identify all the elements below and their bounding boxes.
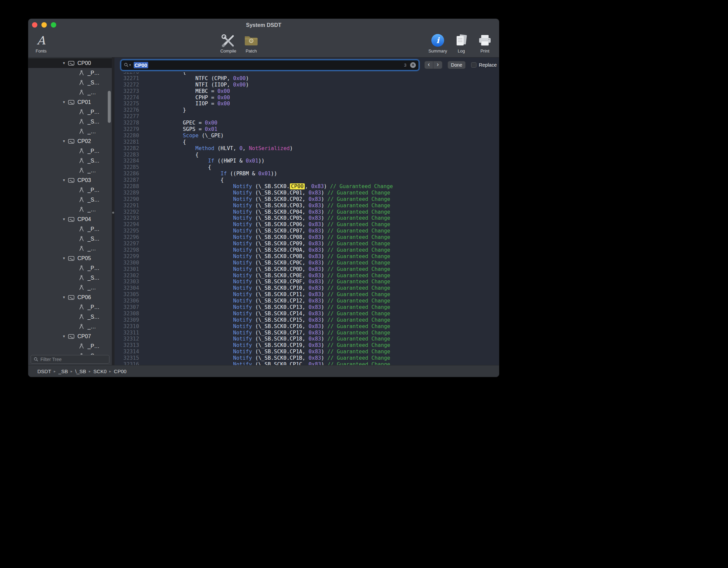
code-editor[interactable]: 32270 {32271 NTFC (CPHP, 0x00)32272 NTFI… <box>114 58 499 365</box>
tree-item-label: _P… <box>88 109 100 115</box>
tree-item-child[interactable]: _… <box>28 166 112 175</box>
disclosure-triangle-icon[interactable]: ▼ <box>62 256 66 260</box>
code-line: 32272 NTFI (IIOP, 0x00) <box>114 82 499 88</box>
breadcrumb-item[interactable]: _SB <box>58 368 68 374</box>
tree-item-CP01[interactable]: ▼CP01 <box>28 97 112 107</box>
replace-toggle[interactable]: Replace <box>471 62 497 68</box>
tree-item-label: _P… <box>88 265 100 271</box>
tree-item-CP05[interactable]: ▼CP05 <box>28 253 112 263</box>
filter-tree-input[interactable]: Filter Tree <box>31 355 109 364</box>
tree-item-child[interactable]: _… <box>28 283 112 292</box>
tree-item-child[interactable]: _… <box>28 127 112 136</box>
line-number: 32273 <box>114 88 139 95</box>
tree-item-label: CP00 <box>77 60 91 66</box>
code-line: 32307 Notify (\_SB.SCK0.CP13, 0x83) // G… <box>114 304 499 311</box>
line-number: 32312 <box>114 336 139 342</box>
disclosure-triangle-icon[interactable]: ▼ <box>62 334 66 338</box>
breadcrumb-item[interactable]: DSDT <box>37 368 51 374</box>
tree-item-CP04[interactable]: ▼CP04 <box>28 214 112 224</box>
pane-splitter[interactable] <box>112 58 114 365</box>
line-number: 32279 <box>114 126 139 133</box>
tree-item-child[interactable]: _S… <box>28 156 112 166</box>
tree-item-child[interactable]: _S… <box>28 78 112 87</box>
splitter-handle[interactable] <box>112 212 114 214</box>
log-button[interactable]: Log <box>450 32 473 54</box>
tree-item-child[interactable]: _P… <box>28 341 112 351</box>
line-number: 32310 <box>114 323 139 330</box>
previous-match-button[interactable]: ‹ <box>424 61 433 69</box>
tree-item-CP00[interactable]: ▼CP00 <box>28 58 112 68</box>
line-number: 32276 <box>114 107 139 113</box>
tree-item-label: _… <box>88 129 96 135</box>
print-button[interactable]: Print <box>473 32 496 54</box>
done-button[interactable]: Done <box>448 61 466 69</box>
line-number: 32307 <box>114 304 139 311</box>
tree-item-child[interactable]: _P… <box>28 224 112 234</box>
breadcrumb-item[interactable]: CP00 <box>114 368 127 374</box>
tree-item-child[interactable]: _P… <box>28 107 112 117</box>
disclosure-triangle-icon[interactable]: ▼ <box>62 61 66 65</box>
tree-item-CP03[interactable]: ▼CP03 <box>28 175 112 185</box>
disclosure-triangle-icon[interactable]: ▼ <box>62 295 66 299</box>
tree-item-child[interactable]: _S… <box>28 234 112 244</box>
line-number: 32313 <box>114 342 139 349</box>
tree-item-child[interactable]: _P… <box>28 185 112 195</box>
gear-icon: ⚙ <box>248 38 254 44</box>
sidebar-scrollbar[interactable] <box>108 91 111 123</box>
tree-item-child[interactable]: _P… <box>28 68 112 78</box>
tree-item-child[interactable]: _S… <box>28 351 112 355</box>
tree-item-child[interactable]: _S… <box>28 312 112 322</box>
breadcrumb-item[interactable]: SCK0 <box>93 368 106 374</box>
tree-item-child[interactable]: _… <box>28 244 112 253</box>
line-number: 32315 <box>114 355 139 361</box>
tree-item-child[interactable]: _S… <box>28 273 112 283</box>
next-match-button[interactable]: › <box>433 61 442 69</box>
disclosure-triangle-icon[interactable]: ▼ <box>62 100 66 104</box>
sidebar: ▼CP00_P…_S…_…▼CP01_P…_S…_…▼CP02_P…_S…_…▼… <box>28 58 112 365</box>
tree-item-child[interactable]: _P… <box>28 302 112 312</box>
tree-item-CP02[interactable]: ▼CP02 <box>28 136 112 146</box>
tree-item-child[interactable]: _S… <box>28 117 112 127</box>
scope-icon <box>68 294 75 300</box>
code-line: 32310 Notify (\_SB.SCK0.CP16, 0x83) // G… <box>114 323 499 330</box>
tree-item-child[interactable]: _… <box>28 322 112 331</box>
code-line: 32296 Notify (\_SB.SCK0.CP08, 0x83) // G… <box>114 234 499 241</box>
tree-item-CP06[interactable]: ▼CP06 <box>28 292 112 302</box>
fonts-label: Fonts <box>36 48 47 54</box>
tree-item-child[interactable]: _P… <box>28 146 112 156</box>
code-line: 32271 NTFC (CPHP, 0x00) <box>114 75 499 82</box>
tree-item-child[interactable]: _P… <box>28 263 112 273</box>
tree-item-child[interactable]: _… <box>28 87 112 97</box>
code-line: 32312 Notify (\_SB.SCK0.CP18, 0x83) // G… <box>114 336 499 342</box>
tree-item-label: CP07 <box>77 333 91 340</box>
code-line: 32315 Notify (\_SB.SCK0.CP1B, 0x83) // G… <box>114 355 499 361</box>
scope-icon <box>68 216 75 222</box>
patch-button[interactable]: ⚙ Patch <box>240 32 263 54</box>
app-window: System DSDT A Fonts <box>28 19 499 377</box>
line-number: 32304 <box>114 285 139 291</box>
fonts-button[interactable]: A Fonts <box>30 32 53 54</box>
line-number: 32281 <box>114 139 139 145</box>
search-menu-chevron-icon[interactable]: ▾ <box>129 63 131 67</box>
match-count: 3 <box>404 63 406 68</box>
clear-search-button[interactable]: ✕ <box>410 62 416 68</box>
tree-item-label: _S… <box>88 275 100 281</box>
summary-button[interactable]: i Summary <box>426 32 449 54</box>
line-number: 32285 <box>114 164 139 171</box>
breadcrumb-item[interactable]: \_SB <box>75 368 86 374</box>
disclosure-triangle-icon[interactable]: ▼ <box>62 139 66 143</box>
disclosure-triangle-icon[interactable]: ▼ <box>62 178 66 182</box>
method-icon <box>78 80 85 86</box>
code-line: 32278 GPEC = 0x00 <box>114 120 499 126</box>
replace-checkbox[interactable] <box>471 62 476 68</box>
tree-item-child[interactable]: _… <box>28 205 112 214</box>
tree-item-child[interactable]: _S… <box>28 195 112 205</box>
disclosure-triangle-icon[interactable]: ▼ <box>62 217 66 221</box>
breadcrumb-separator-icon: ▸ <box>54 369 56 374</box>
tree-item-CP07[interactable]: ▼CP07 <box>28 331 112 341</box>
code-line: 32306 Notify (\_SB.SCK0.CP12, 0x83) // G… <box>114 298 499 304</box>
line-number: 32294 <box>114 221 139 228</box>
find-input[interactable]: ▾ CP00 3 ✕ <box>121 60 419 70</box>
line-number: 32289 <box>114 190 139 196</box>
compile-button[interactable]: Compile <box>217 32 240 54</box>
